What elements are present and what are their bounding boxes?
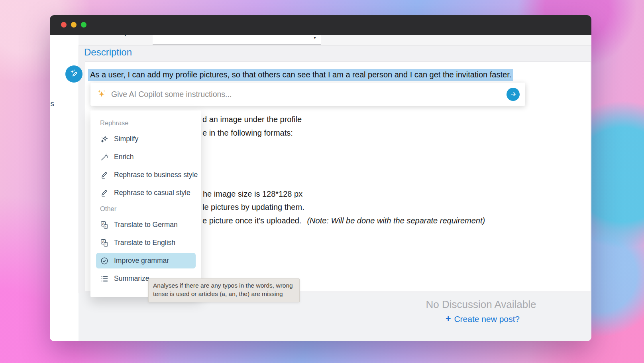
doc-note-italic: (Note: Will be done with the separate re…: [307, 216, 485, 225]
arrow-right-icon: [510, 91, 517, 98]
translate-icon: A t: [100, 239, 109, 247]
doc-text-line: he image size is 128*128 px: [203, 189, 302, 199]
menu-item-label: Translate to English: [114, 239, 175, 247]
ai-copilot-button[interactable]: [65, 65, 82, 83]
menu-item-label: Simplify: [114, 135, 138, 143]
sidebar-label-fragment: es: [50, 99, 54, 108]
chevron-down-icon: ▾: [314, 35, 316, 40]
menu-item-label: Improve grammar: [114, 256, 169, 265]
doc-text-line: le pictures by updating them.: [202, 203, 304, 212]
copilot-input-bar[interactable]: Give AI Copilot some instructions...: [90, 83, 525, 106]
menu-item-translate-english[interactable]: A t Translate to English: [90, 234, 201, 252]
pen-icon: [100, 171, 109, 180]
actual-time-spent-label: Actual time spent: [87, 35, 137, 36]
list-icon: [100, 274, 109, 283]
menu-item-rephrase-business[interactable]: Rephrase to business style: [90, 166, 201, 184]
close-window-button[interactable]: [61, 22, 67, 28]
create-new-post-link[interactable]: + Create new post?: [446, 314, 520, 324]
time-spent-select[interactable]: y ▾: [153, 35, 321, 45]
description-heading: Description: [84, 47, 132, 58]
window-titlebar: [50, 15, 591, 35]
menu-section-other: Other: [90, 202, 201, 216]
selected-text[interactable]: As a user, I can add my profile pictures…: [88, 69, 513, 81]
improve-grammar-tooltip: Analyses if there are any typos in the w…: [148, 278, 300, 302]
app-window: es Actual time spent y ▾ Description d a…: [50, 15, 591, 341]
copilot-send-button[interactable]: [507, 88, 520, 101]
doc-text-line: e picture once it's uploaded.(Note: Will…: [202, 216, 485, 225]
svg-text:t: t: [106, 243, 106, 246]
doc-text-line: e in the following formats:: [202, 128, 293, 138]
menu-item-translate-german[interactable]: A ε Translate to German: [90, 216, 201, 234]
menu-item-simplify[interactable]: Simplify: [90, 130, 201, 148]
top-form-row: Actual time spent y ▾: [79, 35, 591, 46]
window-body: es Actual time spent y ▾ Description d a…: [50, 35, 591, 341]
check-circle-icon: [100, 256, 109, 265]
menu-item-label: Translate to German: [114, 221, 178, 229]
menu-item-label: Rephrase to casual style: [114, 189, 190, 197]
pen-icon: [100, 189, 109, 197]
menu-item-label: Rephrase to business style: [114, 171, 198, 179]
svg-text:ε: ε: [105, 225, 106, 228]
minimize-window-button[interactable]: [71, 22, 77, 28]
menu-item-improve-grammar[interactable]: Improve grammar: [96, 253, 196, 268]
sparkles-gold-icon: [96, 89, 107, 100]
no-discussion-text: No Discussion Available: [426, 298, 536, 311]
sparkles-icon: [100, 135, 109, 144]
translate-icon: A ε: [100, 221, 109, 229]
create-post-label: Create new post?: [454, 314, 520, 324]
plus-icon: +: [446, 314, 451, 324]
doc-text-line: d an image under the profile: [202, 115, 302, 124]
menu-item-rephrase-casual[interactable]: Rephrase to casual style: [90, 184, 201, 202]
sparkle-pencil-icon: [69, 69, 79, 79]
magic-wand-icon: [100, 153, 109, 162]
copilot-actions-menu: Rephrase Simplify: [90, 110, 201, 297]
menu-item-enrich[interactable]: Enrich: [90, 148, 201, 166]
zoom-window-button[interactable]: [81, 22, 86, 28]
menu-section-rephrase: Rephrase: [90, 116, 201, 130]
menu-item-label: Enrich: [114, 153, 134, 161]
copilot-placeholder[interactable]: Give AI Copilot some instructions...: [111, 90, 507, 99]
menu-item-label: Summarize: [114, 274, 149, 283]
